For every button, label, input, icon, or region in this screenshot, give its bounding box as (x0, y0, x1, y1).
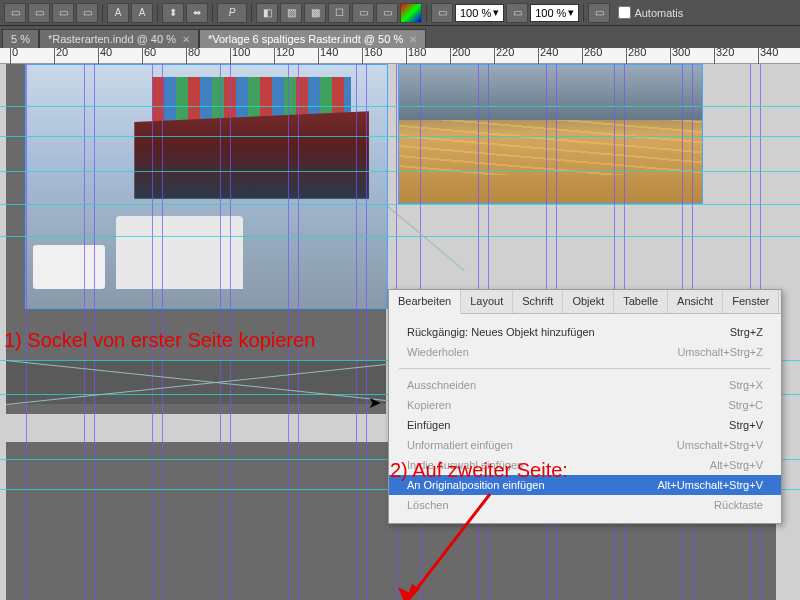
tool-btn[interactable]: ▭ (588, 3, 610, 23)
menu-item: KopierenStrg+C (389, 395, 781, 415)
menu-item-shortcut: Umschalt+Strg+V (677, 439, 763, 451)
chevron-down-icon: ▾ (568, 6, 574, 19)
annotation-1: 1) Sockel von erster Seite kopieren (4, 329, 315, 352)
menu-item-shortcut: Rücktaste (714, 499, 763, 511)
app-toolbar: ▭ ▭ ▭ ▭ A A ⬍ ⬌ P ◧ ▨ ▩ ☐ ▭ ▭ ▭ 100 %▾ ▭… (0, 0, 800, 26)
tool-btn[interactable]: ⬌ (186, 3, 208, 23)
context-menu-tabs: Bearbeiten Layout Schrift Objekt Tabelle… (389, 290, 781, 314)
menu-item-shortcut: Strg+V (729, 419, 763, 431)
guide-h[interactable] (0, 236, 800, 237)
menu-item-shortcut: Strg+C (728, 399, 763, 411)
close-icon[interactable]: ✕ (409, 34, 417, 45)
menu-item-shortcut: Umschalt+Strg+Z (677, 346, 763, 358)
zoom-value: 100 % (460, 7, 491, 19)
doc-tab-0[interactable]: 5 % (2, 29, 39, 48)
guide-v[interactable] (366, 64, 367, 600)
menu-item-label: Ausschneiden (407, 379, 476, 391)
tool-btn[interactable]: ▭ (376, 3, 398, 23)
ctx-tab-tabelle[interactable]: Tabelle (614, 290, 668, 313)
guide-h[interactable] (0, 171, 800, 172)
image-frame-transport[interactable] (25, 64, 388, 309)
ctx-tab-layout[interactable]: Layout (461, 290, 513, 313)
menu-item: Unformatiert einfügenUmschalt+Strg+V (389, 435, 781, 455)
tab-label: *Vorlage 6 spaltiges Raster.indt @ 50 % (208, 33, 403, 45)
guide-h[interactable] (0, 136, 800, 137)
menu-item[interactable]: EinfügenStrg+V (389, 415, 781, 435)
menu-item-label: Rückgängig: Neues Objekt hinzufügen (407, 326, 595, 338)
menu-item-shortcut: Strg+X (729, 379, 763, 391)
tool-btn[interactable]: ◧ (256, 3, 278, 23)
guide-h[interactable] (0, 204, 800, 205)
ctx-tab-objekt[interactable]: Objekt (563, 290, 614, 313)
menu-separator (399, 368, 771, 369)
tool-btn[interactable]: ▭ (431, 3, 453, 23)
menu-item-label: Einfügen (407, 419, 450, 431)
menu-item-shortcut: Strg+Z (730, 326, 763, 338)
fx-btn[interactable] (400, 3, 422, 23)
menu-item-shortcut: Alt+Strg+V (710, 459, 763, 471)
ctx-tab-bearbeiten[interactable]: Bearbeiten (389, 290, 461, 314)
tab-label: *Rasterarten.indd @ 40 % (48, 33, 176, 45)
menu-item-label: Wiederholen (407, 346, 469, 358)
image-frame-highway[interactable] (398, 64, 703, 204)
horizontal-ruler[interactable]: 0 20 40 60 80 100 120 140 160 180 200 22… (0, 48, 800, 64)
tool-btn[interactable]: ▭ (352, 3, 374, 23)
tool-btn[interactable]: ⬍ (162, 3, 184, 23)
frame-diag (388, 206, 465, 271)
tool-btn[interactable]: A (131, 3, 153, 23)
tool-btn[interactable]: ▭ (506, 3, 528, 23)
tool-btn[interactable]: ▭ (4, 3, 26, 23)
tool-btn[interactable]: ▨ (280, 3, 302, 23)
close-icon[interactable]: ✕ (182, 34, 190, 45)
menu-item-label: Unformatiert einfügen (407, 439, 513, 451)
menu-item-shortcut: Alt+Umschalt+Strg+V (658, 479, 763, 491)
zoom-field-1[interactable]: 100 %▾ (455, 4, 504, 22)
paragraph-style-btn[interactable]: P (217, 3, 247, 23)
tool-btn[interactable]: ▩ (304, 3, 326, 23)
tool-btn[interactable]: A (107, 3, 129, 23)
zoom-field-2[interactable]: 100 %▾ (530, 4, 579, 22)
menu-item: AusschneidenStrg+X (389, 375, 781, 395)
zoom-value: 100 % (535, 7, 566, 19)
tool-btn[interactable]: ▭ (52, 3, 74, 23)
tab-label: 5 % (11, 33, 30, 45)
document-canvas[interactable]: 1) Sockel von erster Seite kopieren 2) A… (0, 64, 800, 600)
menu-item-label: Kopieren (407, 399, 451, 411)
annotation-arrow (390, 489, 510, 600)
tool-btn[interactable]: ▭ (76, 3, 98, 23)
ctx-tab-ansicht[interactable]: Ansicht (668, 290, 723, 313)
cursor-icon: ➤ (368, 393, 381, 412)
menu-item: WiederholenUmschalt+Strg+Z (389, 342, 781, 362)
document-tabs: 5 % *Rasterarten.indd @ 40 %✕ *Vorlage 6… (0, 26, 800, 48)
guide-h[interactable] (0, 106, 800, 107)
menu-item[interactable]: Rückgängig: Neues Objekt hinzufügenStrg+… (389, 322, 781, 342)
auto-label: Automatis (634, 7, 683, 19)
annotation-2: 2) Auf zweiter Seite: (390, 459, 568, 482)
tool-btn[interactable]: ☐ (328, 3, 350, 23)
tool-btn[interactable]: ▭ (28, 3, 50, 23)
svg-line-0 (405, 494, 490, 600)
guide-v[interactable] (356, 64, 357, 600)
auto-checkbox[interactable]: Automatis (618, 6, 683, 19)
ctx-tab-schrift[interactable]: Schrift (513, 290, 563, 313)
ctx-tab-fenster[interactable]: Fenster (723, 290, 779, 313)
chevron-down-icon: ▾ (493, 6, 499, 19)
